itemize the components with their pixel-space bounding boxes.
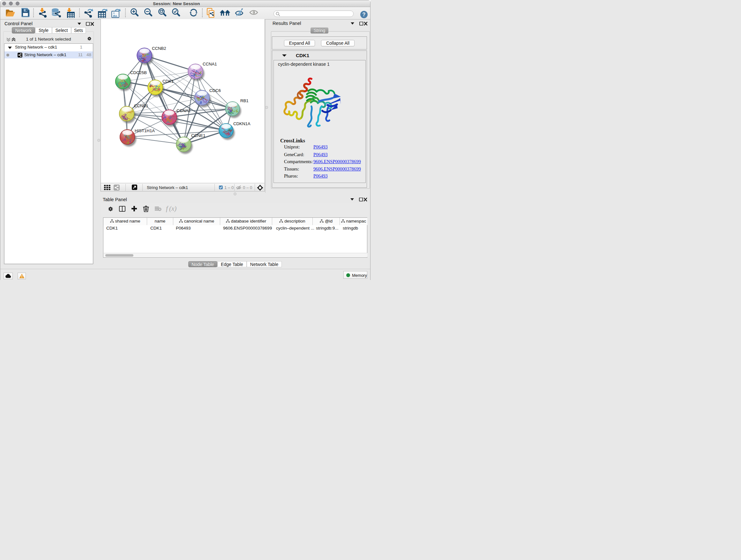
- svg-text:CDKN1A: CDKN1A: [233, 121, 251, 126]
- svg-text:CDC6: CDC6: [209, 88, 221, 93]
- svg-text:CCNA1: CCNA1: [203, 62, 217, 66]
- svg-text:HIST1H1A: HIST1H1A: [135, 128, 155, 133]
- svg-text:CCNA2: CCNA2: [177, 108, 191, 113]
- svg-text:CDK1: CDK1: [162, 79, 174, 84]
- svg-text:CCNB2: CCNB2: [152, 46, 166, 51]
- svg-text:CCNE1: CCNE1: [191, 133, 205, 138]
- svg-text:CCNB1: CCNB1: [134, 104, 148, 108]
- svg-text:CDC25B: CDC25B: [130, 70, 147, 75]
- svg-text:RB1: RB1: [240, 98, 249, 103]
